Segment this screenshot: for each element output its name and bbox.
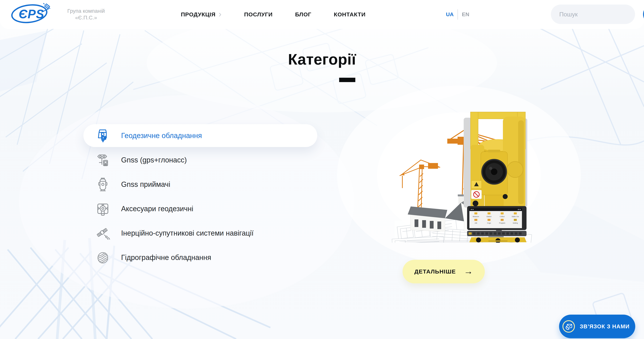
search-bar: [551, 4, 635, 24]
satellite-navigation-icon: [95, 226, 110, 241]
total-station-graphic: Measure Station Collect Stake Out Job Co…: [464, 112, 527, 243]
main-nav: ПРОДУКЦІЯ› ПОСЛУГИ БЛОГ КОНТАКТИ: [181, 0, 366, 29]
device-app-label: Program: [499, 222, 505, 224]
category-item-geodetic-accessories[interactable]: Аксесуари геодезичні: [84, 197, 317, 220]
device-app-label: Collect: [500, 216, 505, 218]
category-label: Аксесуари геодезичні: [121, 205, 193, 213]
nav-item-products[interactable]: ПРОДУКЦІЯ›: [181, 11, 222, 18]
search-input[interactable]: [551, 4, 643, 24]
device-app-label: Measure: [472, 216, 479, 218]
lang-ua[interactable]: UA: [446, 12, 454, 18]
category-list: Геодезичне обладнання Gnss (gps+глонасс): [84, 124, 317, 270]
company-logo[interactable]: ЄPS: [10, 2, 54, 26]
hero-illustration: Measure Station Collect Stake Out Job Co…: [382, 107, 535, 243]
details-button[interactable]: ДЕТАЛЬНІШЕ →: [402, 260, 485, 284]
device-app-label: Setting: [513, 222, 518, 224]
device-app-label: Stake Out: [512, 216, 519, 218]
device-app-label: Station: [486, 216, 492, 218]
logo-text: ЄPS: [19, 7, 44, 21]
lang-en[interactable]: EN: [462, 12, 469, 18]
search-button[interactable]: [643, 4, 644, 24]
nav-item-services[interactable]: ПОСЛУГИ: [244, 11, 273, 18]
category-item-hydrographic-equipment[interactable]: Гідрографічне обладнання: [84, 246, 317, 269]
gnss-receiver-icon: [95, 177, 110, 192]
category-label: Gnss (gps+глонасс): [121, 156, 187, 164]
company-name: Група компаній«Є.П.С.»: [61, 8, 111, 21]
category-label: Інерційно-супутникові системи навігації: [121, 229, 254, 237]
nav-item-contacts[interactable]: КОНТАКТИ: [334, 11, 366, 18]
contact-button-label: ЗВ’ЯЗОК З НАМИ: [580, 324, 630, 330]
total-station-icon: [95, 128, 110, 143]
category-item-gnss-gps-glonass[interactable]: Gnss (gps+глонасс): [84, 148, 317, 172]
category-label: Гідрографічне обладнання: [121, 254, 211, 262]
category-item-inertial-satellite-navigation[interactable]: Інерційно-супутникові системи навігації: [84, 222, 317, 244]
device-app-label: Cogo: [487, 222, 491, 224]
lang-divider: [458, 9, 458, 20]
category-label: Геодезичне обладнання: [121, 132, 202, 140]
details-button-label: ДЕТАЛЬНІШЕ: [414, 268, 456, 275]
gnss-antenna-icon: [95, 152, 110, 168]
tribrach-accessories-icon: [95, 201, 110, 216]
hydrographic-icon: [95, 250, 110, 265]
title-underline: [339, 78, 355, 82]
category-item-geodetic-equipment[interactable]: Геодезичне обладнання: [84, 124, 317, 147]
phone-mail-icon: [562, 317, 576, 336]
site-header: ЄPS Група компаній«Є.П.С.» ПРОДУКЦІЯ› ПО…: [0, 0, 644, 29]
nav-item-blog[interactable]: БЛОГ: [295, 11, 311, 18]
device-app-label: Job: [474, 222, 477, 224]
contact-us-button[interactable]: ЗВ’ЯЗОК З НАМИ: [559, 314, 635, 338]
category-label: Gnss приймачі: [121, 180, 170, 188]
logo-graphic: ЄPS: [10, 2, 54, 25]
page-title: Категорії: [0, 51, 644, 68]
category-item-gnss-receivers[interactable]: Gnss приймачі: [84, 173, 317, 196]
language-switcher: UA EN: [446, 0, 469, 29]
